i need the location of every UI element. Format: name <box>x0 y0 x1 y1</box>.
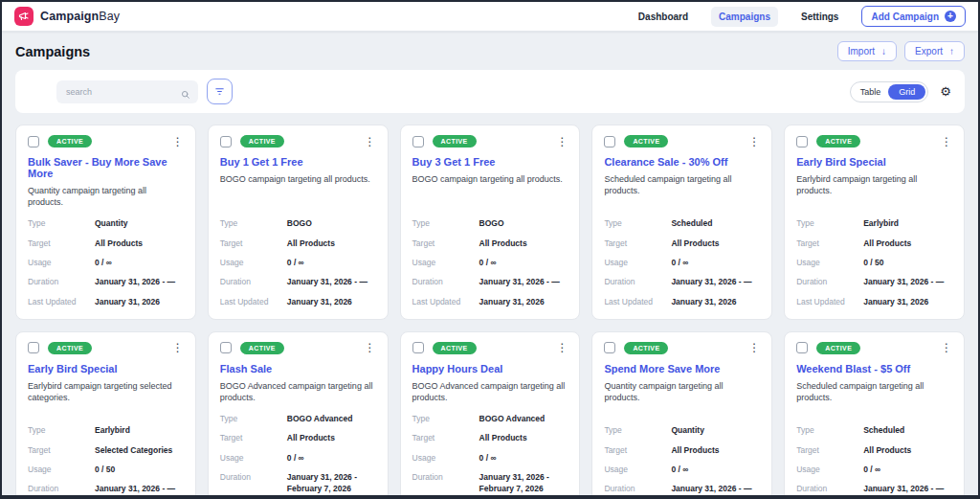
card-checkbox[interactable] <box>28 136 39 147</box>
nav-dashboard[interactable]: Dashboard <box>631 7 696 27</box>
kebab-menu-icon[interactable]: ⋮ <box>172 136 184 147</box>
field-label: Type <box>796 424 863 436</box>
campaign-card: ACTIVE ⋮ Bulk Saver - Buy More Save More… <box>15 125 196 320</box>
field-last-updated: Last Updated January 31, 2026 <box>28 296 184 307</box>
status-badge: ACTIVE <box>433 342 477 354</box>
field-value: January 31, 2026 - — <box>671 483 751 494</box>
export-button[interactable]: Export ↑ <box>904 41 965 61</box>
field-last-updated: Last Updated January 31, 2026 <box>604 296 760 307</box>
field-value: 0 / ∞ <box>95 257 112 268</box>
field-value: January 31, 2026 - February 7, 2026 <box>479 471 568 495</box>
card-checkbox[interactable] <box>604 342 615 353</box>
field-type: Type Earlybird <box>28 424 184 436</box>
field-usage: Usage 0 / ∞ <box>220 452 376 464</box>
kebab-menu-icon[interactable]: ⋮ <box>556 136 568 147</box>
campaign-description: Quantity campaign targeting all products… <box>604 380 760 403</box>
field-usage: Usage 0 / ∞ <box>412 452 568 464</box>
export-label: Export <box>915 46 943 57</box>
campaign-description: BOGO Advanced campaign targeting all pro… <box>412 380 568 403</box>
campaign-title-link[interactable]: Happy Hours Deal <box>412 363 568 374</box>
nav-campaigns[interactable]: Campaigns <box>711 7 778 27</box>
field-target: Target All Products <box>28 238 184 249</box>
campaign-title-link[interactable]: Spend More Save More <box>604 363 760 374</box>
toolbar-right: Table Grid ⚙ <box>850 81 951 102</box>
campaign-card: ACTIVE ⋮ Weekend Blast - $5 Off Schedule… <box>784 331 965 499</box>
campaign-title-link[interactable]: Flash Sale <box>220 363 376 374</box>
field-value: BOGO Advanced <box>479 413 546 424</box>
card-checkbox[interactable] <box>220 342 232 353</box>
field-target: Target All Products <box>796 238 952 249</box>
field-label: Type <box>28 424 95 436</box>
campaign-description: BOGO campaign targeting all products. <box>220 173 376 185</box>
field-duration: Duration January 31, 2026 - — <box>604 276 760 287</box>
filter-button[interactable] <box>207 79 233 104</box>
campaign-title-link[interactable]: Clearance Sale - 30% Off <box>604 156 760 168</box>
campaign-fields: Type Quantity Target All Products Usage … <box>28 208 184 307</box>
field-value: January 31, 2026 <box>95 296 160 307</box>
campaign-title-link[interactable]: Early Bird Special <box>796 156 952 168</box>
card-checkbox[interactable] <box>28 342 39 353</box>
field-duration: Duration January 31, 2026 - — <box>28 276 184 287</box>
field-duration: Duration January 31, 2026 - — <box>604 483 760 494</box>
field-label: Usage <box>604 464 671 475</box>
field-type: Type BOGO Advanced <box>412 413 568 424</box>
field-label: Last Updated <box>796 296 863 307</box>
view-toggle: Table Grid <box>850 81 929 102</box>
field-value: January 31, 2026 <box>287 296 352 307</box>
kebab-menu-icon[interactable]: ⋮ <box>556 342 568 353</box>
search-input[interactable] <box>56 80 198 103</box>
field-label: Type <box>604 217 671 229</box>
field-label: Type <box>412 413 479 424</box>
card-checkbox[interactable] <box>220 136 232 147</box>
kebab-menu-icon[interactable]: ⋮ <box>748 342 760 353</box>
campaign-title-link[interactable]: Weekend Blast - $5 Off <box>796 363 952 374</box>
card-checkbox[interactable] <box>796 342 808 353</box>
main-content: Campaigns Import ↓ Export ↑ <box>2 32 978 499</box>
card-checkbox[interactable] <box>604 136 615 147</box>
grid-view-button[interactable]: Grid <box>888 84 925 100</box>
field-label: Usage <box>28 257 95 268</box>
field-value: BOGO <box>287 217 312 229</box>
kebab-menu-icon[interactable]: ⋮ <box>748 136 760 147</box>
field-label: Target <box>796 238 863 249</box>
card-checkbox[interactable] <box>796 136 808 147</box>
field-duration: Duration January 31, 2026 - — <box>796 483 952 494</box>
field-label: Usage <box>604 257 671 268</box>
table-view-button[interactable]: Table <box>853 84 889 100</box>
add-campaign-button[interactable]: Add Campaign + <box>861 6 966 27</box>
card-header: ACTIVE ⋮ <box>220 135 376 147</box>
status-badge: ACTIVE <box>240 135 284 147</box>
field-value: 0 / ∞ <box>479 452 497 464</box>
nav-settings[interactable]: Settings <box>793 7 846 27</box>
campaign-description: Scheduled campaign targeting all product… <box>796 380 952 403</box>
field-value: Scheduled <box>863 424 904 436</box>
campaign-card: ACTIVE ⋮ Early Bird Special Earlybird ca… <box>15 331 196 499</box>
card-checkbox[interactable] <box>412 136 424 147</box>
field-target: Target Selected Categories <box>28 444 184 456</box>
kebab-menu-icon[interactable]: ⋮ <box>941 342 952 353</box>
campaign-fields: Type Scheduled Target All Products Usage… <box>796 415 952 499</box>
gear-icon[interactable]: ⚙ <box>940 85 951 98</box>
campaign-title-link[interactable]: Buy 3 Get 1 Free <box>412 156 568 168</box>
campaign-description: BOGO campaign targeting all products. <box>412 173 568 185</box>
field-duration: Duration January 31, 2026 - — <box>412 276 568 287</box>
kebab-menu-icon[interactable]: ⋮ <box>941 136 952 147</box>
kebab-menu-icon[interactable]: ⋮ <box>172 342 184 353</box>
status-badge: ACTIVE <box>433 135 477 147</box>
field-label: Target <box>604 238 671 249</box>
field-target: Target All Products <box>604 444 760 456</box>
kebab-menu-icon[interactable]: ⋮ <box>365 136 376 147</box>
field-type: Type Scheduled <box>796 424 952 436</box>
kebab-menu-icon[interactable]: ⋮ <box>365 342 376 353</box>
campaign-title-link[interactable]: Bulk Saver - Buy More Save More <box>28 156 184 179</box>
field-target: Target All Products <box>796 444 952 456</box>
campaign-title-link[interactable]: Buy 1 Get 1 Free <box>220 156 376 168</box>
field-value: 0 / ∞ <box>479 257 497 268</box>
field-value: All Products <box>863 238 911 249</box>
card-header: ACTIVE ⋮ <box>604 342 760 354</box>
field-label: Usage <box>28 464 95 475</box>
card-checkbox[interactable] <box>412 342 424 353</box>
campaign-title-link[interactable]: Early Bird Special <box>28 363 184 374</box>
field-type: Type Quantity <box>28 217 184 229</box>
import-button[interactable]: Import ↓ <box>837 41 897 61</box>
